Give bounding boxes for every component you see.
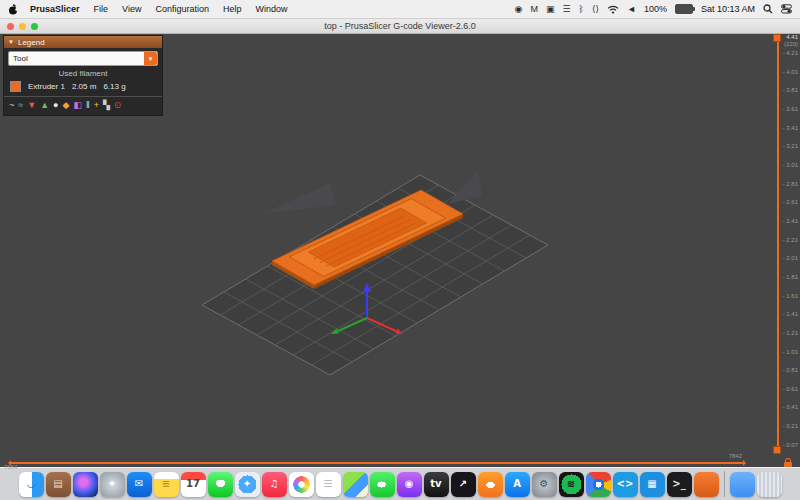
dock-icon-reminders[interactable]: ☰ — [316, 472, 341, 497]
dock-icon-facetime[interactable] — [370, 472, 395, 497]
app-glyph: ✉ — [135, 479, 143, 489]
extruder-row[interactable]: Extruder 1 2.05 m 6.13 g — [4, 79, 162, 94]
layer-slider-current: 4.41 (220) — [784, 34, 798, 48]
dock-icon-mail[interactable]: ✉ — [127, 472, 152, 497]
dock-icon-calendar[interactable]: 17 — [181, 472, 206, 497]
dock-icon-safari[interactable]: ✦ — [235, 472, 260, 497]
close-button[interactable] — [7, 23, 14, 30]
dropdown-arrow-icon[interactable]: ▼ — [144, 52, 157, 65]
collapse-icon[interactable]: ▼ — [8, 39, 14, 45]
dock-icon-books[interactable] — [478, 472, 503, 497]
layer-tick-label: - 0.07 — [783, 442, 798, 448]
layer-tick-label: - 0.61 — [783, 386, 798, 392]
apple-menu-icon[interactable] — [8, 3, 19, 16]
dock-icon-vs-code[interactable]: <> — [613, 472, 638, 497]
app-glyph: A — [513, 479, 521, 489]
dock-icon-trash[interactable] — [757, 472, 782, 497]
dock-icon-chrome[interactable] — [586, 472, 611, 497]
dock-icon-messages[interactable] — [208, 472, 233, 497]
window-title: top - PrusaSlicer G-code Viewer-2.6.0 — [324, 21, 475, 31]
bed-marker-triangle — [262, 183, 336, 214]
retractions-icon[interactable]: ▼ — [27, 101, 36, 110]
view-type-row: Tool ▼ — [4, 48, 162, 67]
minimize-button[interactable] — [19, 23, 26, 30]
status-glyph-icons: ◉M▣☰ᛒ⟨⟩ — [515, 5, 599, 14]
move-slider-max-label: 7842 — [729, 453, 742, 459]
dock-icon-launchpad[interactable]: ✦ — [100, 472, 125, 497]
menu-view[interactable]: View — [115, 4, 148, 14]
layer-slider-track[interactable] — [777, 36, 779, 450]
gmail-icon[interactable]: M — [530, 5, 538, 14]
dock-icon-siri[interactable] — [73, 472, 98, 497]
pause-prints-icon[interactable]: ‖ — [86, 101, 90, 110]
layer-tick-label: - 3.61 — [783, 106, 798, 112]
menu-file[interactable]: File — [87, 4, 116, 14]
control-center-icon[interactable] — [781, 4, 792, 14]
bluetooth-icon[interactable]: ᛒ — [579, 5, 584, 14]
dock-icon-prusaslicer[interactable] — [694, 472, 719, 497]
color-changes-icon[interactable]: ◧ — [73, 101, 82, 110]
layer-tick-label: - 0.81 — [783, 367, 798, 373]
move-slider-track[interactable] — [10, 462, 744, 464]
legend-pin-icon[interactable]: ⊙ — [114, 101, 122, 110]
layer-tick-label: - 2.41 — [783, 218, 798, 224]
spotlight-icon[interactable] — [763, 4, 773, 14]
layer-tick-label: - 3.21 — [783, 143, 798, 149]
travel-icon[interactable]: ~ — [9, 101, 14, 110]
window-titlebar[interactable]: top - PrusaSlicer G-code Viewer-2.6.0 — [0, 19, 800, 34]
app-glyph: ◡ — [27, 479, 35, 489]
menu-configuration[interactable]: Configuration — [148, 4, 216, 14]
menu-window[interactable]: Window — [248, 4, 294, 14]
dock-icon-tv[interactable]: tv — [424, 472, 449, 497]
layer-tick-label: - 3.01 — [783, 162, 798, 168]
dock-icon-terminal[interactable]: >_ — [667, 472, 692, 497]
dock-icon-maps[interactable] — [343, 472, 368, 497]
extruder-filament-weight: 6.13 g — [103, 82, 125, 91]
app-glyph: ≋ — [567, 479, 575, 489]
legend-header[interactable]: ▼ Legend — [4, 36, 162, 48]
volume-icon[interactable]: ◄ — [627, 5, 636, 14]
dock-icon-stocks[interactable]: ↗ — [451, 472, 476, 497]
deretractions-icon[interactable]: ▲ — [40, 101, 49, 110]
extruder-label: Extruder 1 — [28, 82, 65, 91]
dock-icon-photos[interactable] — [289, 472, 314, 497]
shells-icon[interactable]: ▚ — [103, 101, 110, 110]
app-glyph: ↗ — [459, 479, 467, 489]
dock-icon-system-preferences[interactable]: ⚙ — [532, 472, 557, 497]
app-glyph: ☰ — [324, 479, 333, 489]
dock-icon-contacts[interactable]: ▤ — [46, 472, 71, 497]
layer-tick-label: - 2.21 — [783, 237, 798, 243]
wipe-icon[interactable]: ≈ — [18, 101, 23, 110]
view-type-select[interactable]: Tool ▼ — [8, 51, 158, 66]
seams-icon[interactable]: ● — [53, 101, 58, 110]
zoom-button[interactable] — [31, 23, 38, 30]
window-list-icon[interactable]: ☰ — [562, 5, 570, 14]
dock-icon-music[interactable]: ♫ — [262, 472, 287, 497]
tool-changes-icon[interactable]: ◆ — [63, 101, 70, 110]
dock-icon-app-store[interactable]: A — [505, 472, 530, 497]
dock-icon-notes[interactable]: ≡ — [154, 472, 179, 497]
record-icon[interactable]: ◉ — [515, 5, 523, 14]
app-glyph: >_ — [672, 479, 685, 489]
move-slider-min-label: 7664 — [4, 464, 17, 470]
menu-prusaslicer[interactable]: PrusaSlicer — [23, 4, 87, 14]
dock-icon-docker[interactable]: ▦ — [640, 472, 665, 497]
layer-tick-label: - 1.41 — [783, 311, 798, 317]
menu-help[interactable]: Help — [216, 4, 249, 14]
menubar-clock[interactable]: Sat 10:13 AM — [701, 4, 755, 14]
dock-icon-podcasts[interactable]: ◉ — [397, 472, 422, 497]
custom-gcodes-icon[interactable]: + — [94, 101, 99, 110]
app-glyph: <> — [617, 479, 634, 489]
layer-slider-handle-bottom[interactable] — [773, 446, 781, 454]
layer-tick-label: - 4.21 — [783, 50, 798, 56]
dock-icon-spotify[interactable]: ≋ — [559, 472, 584, 497]
gcode-viewport[interactable]: ▼ Legend Tool ▼ Used filament Extruder 1… — [0, 33, 800, 500]
dock-icon-finder[interactable]: ◡ — [19, 472, 44, 497]
dock-icon-downloads[interactable] — [730, 472, 755, 497]
wifi-icon[interactable] — [607, 5, 619, 14]
layer-tick-label: - 2.01 — [783, 255, 798, 261]
display-icon[interactable]: ▣ — [546, 5, 555, 14]
layer-slider-handle-top[interactable] — [773, 34, 781, 42]
dock-divider — [724, 471, 725, 497]
keyboard-nav-icon[interactable]: ⟨⟩ — [592, 5, 599, 14]
